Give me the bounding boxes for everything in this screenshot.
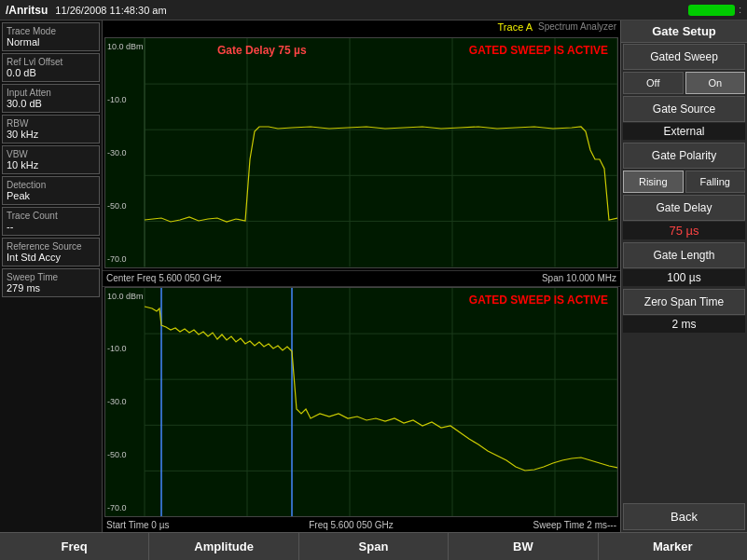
trace-label: Trace A bbox=[498, 21, 533, 36]
y2-label-3: -30.0 bbox=[107, 397, 144, 406]
zero-span-time-value: 2 ms bbox=[623, 316, 745, 333]
input-atten-label: Input Atten bbox=[7, 88, 95, 98]
ref-lvl-offset-item[interactable]: Ref Lvl Offset 0.0 dB bbox=[2, 53, 100, 82]
datetime: 11/26/2008 11:48:30 am bbox=[55, 5, 688, 16]
y2-label-4: -50.0 bbox=[107, 450, 144, 459]
trace-mode-label: Trace Mode bbox=[7, 26, 95, 36]
vbw-label: VBW bbox=[7, 149, 95, 159]
y-label-4: -50.0 bbox=[107, 201, 144, 211]
gate-source-btn[interactable]: Gate Source bbox=[623, 96, 745, 122]
gated-sweep-toggle: Off On bbox=[623, 72, 745, 94]
gate-source-value: External bbox=[623, 123, 745, 140]
amplitude-nav-btn[interactable]: Amplitude bbox=[149, 533, 298, 560]
sweep-time-item[interactable]: Sweep Time 279 ms bbox=[2, 268, 100, 297]
trace-header: Trace A Spectrum Analyzer bbox=[103, 20, 620, 37]
bottom-nav: Freq Amplitude Span BW Marker bbox=[0, 532, 747, 560]
chart-top: 10.0 dBm -10.0 -30.0 -50.0 -70.0 bbox=[104, 37, 618, 268]
span-nav-btn[interactable]: Span bbox=[299, 533, 449, 560]
trace-mode-value: Normal bbox=[7, 36, 95, 48]
y-label-3: -30.0 bbox=[107, 148, 144, 157]
detection-value: Peak bbox=[7, 190, 95, 201]
top-bar: /Anritsu 11/26/2008 11:48:30 am : bbox=[0, 0, 747, 20]
gated-sweep-btn[interactable]: Gated Sweep bbox=[623, 44, 745, 70]
gate-polarity-btn[interactable]: Gate Polarity bbox=[623, 143, 745, 169]
gate-delay-overlay: Gate Delay 75 µs bbox=[217, 44, 307, 57]
gate-delay-btn[interactable]: Gate Delay bbox=[623, 195, 745, 221]
chart-top-status: Center Freq 5.600 050 GHz Span 10.000 MH… bbox=[103, 270, 620, 287]
reference-source-value: Int Std Accy bbox=[7, 252, 95, 263]
gate-length-value: 100 µs bbox=[623, 269, 745, 286]
start-time-label: Start Time 0 µs bbox=[106, 520, 169, 530]
gate-length-btn[interactable]: Gate Length bbox=[623, 242, 745, 268]
chart-top-grid bbox=[105, 38, 617, 267]
ref-lvl-offset-value: 0.0 dB bbox=[7, 67, 95, 78]
led-label: : bbox=[739, 5, 741, 15]
center-area: Trace A Spectrum Analyzer 10.0 dBm -10.0… bbox=[103, 20, 620, 532]
chart-bottom-grid bbox=[105, 288, 617, 517]
rbw-item[interactable]: RBW 30 kHz bbox=[2, 115, 100, 143]
waveform-top bbox=[145, 127, 617, 222]
y2-label-5: -70.0 bbox=[107, 503, 144, 512]
right-spacer bbox=[621, 335, 747, 501]
chart-bottom-status: Start Time 0 µs Freq 5.600 050 GHz Sweep… bbox=[103, 517, 620, 532]
vbw-value: 10 kHz bbox=[7, 159, 95, 171]
sweep-time-value: 279 ms bbox=[7, 282, 95, 294]
gate-delay-value: 75 µs bbox=[623, 222, 745, 239]
zero-span-time-btn[interactable]: Zero Span Time bbox=[623, 289, 745, 315]
gated-sweep-active-top: GATED SWEEP IS ACTIVE bbox=[469, 44, 608, 57]
rising-btn[interactable]: Rising bbox=[623, 171, 684, 193]
right-panel: Gate Setup Gated Sweep Off On Gate Sourc… bbox=[620, 20, 747, 532]
gated-sweep-on-btn[interactable]: On bbox=[685, 72, 746, 94]
y-label-5: -70.0 bbox=[107, 254, 144, 264]
gate-setup-title: Gate Setup bbox=[621, 20, 747, 43]
gated-sweep-active-bottom: GATED SWEEP IS ACTIVE bbox=[469, 294, 608, 307]
chart-bottom: 10.0 dBm -10.0 -30.0 -50.0 -70.0 bbox=[104, 287, 618, 518]
freq-nav-btn[interactable]: Freq bbox=[0, 533, 149, 560]
span-label: Span 10.000 MHz bbox=[542, 273, 616, 283]
bw-nav-btn[interactable]: BW bbox=[449, 533, 598, 560]
center-freq-label: Center Freq 5.600 050 GHz bbox=[106, 273, 221, 283]
waveform-bottom bbox=[145, 307, 617, 476]
center-freq-bottom-label: Freq 5.600 050 GHz bbox=[309, 520, 394, 530]
main-layout: Trace Mode Normal Ref Lvl Offset 0.0 dB … bbox=[0, 20, 747, 532]
back-btn[interactable]: Back bbox=[623, 503, 745, 530]
sweep-time-bottom-label: Sweep Time 2 ms--- bbox=[533, 520, 616, 530]
y-label-1: 10.0 dBm bbox=[107, 42, 144, 51]
trace-mode-item[interactable]: Trace Mode Normal bbox=[2, 22, 100, 51]
detection-label: Detection bbox=[7, 180, 95, 190]
detection-item[interactable]: Detection Peak bbox=[2, 176, 100, 205]
y2-label-1: 10.0 dBm bbox=[107, 292, 144, 301]
y-label-2: -10.0 bbox=[107, 95, 144, 104]
input-atten-value: 30.0 dB bbox=[7, 98, 95, 109]
falling-btn[interactable]: Falling bbox=[685, 171, 746, 193]
analyzer-mode-label: Spectrum Analyzer bbox=[538, 21, 616, 36]
rbw-label: RBW bbox=[7, 118, 95, 129]
gate-polarity-toggle: Rising Falling bbox=[623, 171, 745, 193]
y2-label-2: -10.0 bbox=[107, 344, 144, 353]
trace-count-item[interactable]: Trace Count -- bbox=[2, 207, 100, 236]
gated-sweep-off-btn[interactable]: Off bbox=[623, 72, 684, 94]
led-indicator bbox=[688, 5, 735, 16]
ref-lvl-offset-label: Ref Lvl Offset bbox=[7, 57, 95, 67]
sweep-time-label: Sweep Time bbox=[7, 272, 95, 282]
trace-count-label: Trace Count bbox=[7, 211, 95, 221]
left-panel: Trace Mode Normal Ref Lvl Offset 0.0 dB … bbox=[0, 20, 103, 532]
reference-source-label: Reference Source bbox=[7, 241, 95, 252]
reference-source-item[interactable]: Reference Source Int Std Accy bbox=[2, 238, 100, 266]
marker-nav-btn[interactable]: Marker bbox=[599, 533, 747, 560]
trace-count-value: -- bbox=[7, 221, 95, 232]
input-atten-item[interactable]: Input Atten 30.0 dB bbox=[2, 84, 100, 113]
logo: /Anritsu bbox=[6, 4, 48, 17]
rbw-value: 30 kHz bbox=[7, 129, 95, 140]
vbw-item[interactable]: VBW 10 kHz bbox=[2, 145, 100, 174]
